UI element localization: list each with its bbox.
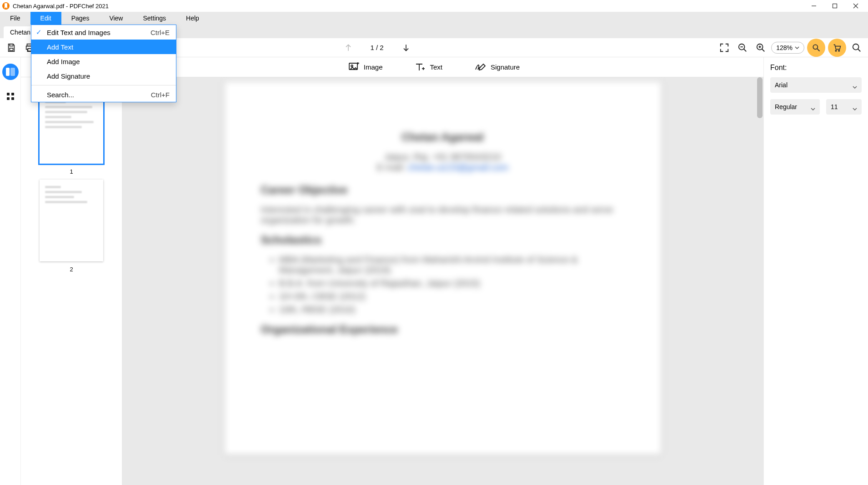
zoom-selector[interactable]: 128% (771, 42, 804, 54)
svg-rect-30 (6, 68, 10, 76)
app-icon (2, 2, 10, 10)
svg-rect-34 (7, 97, 10, 100)
font-section-label: Font: (770, 64, 862, 72)
menu-bar: File Edit Pages View Settings Help (0, 12, 868, 25)
thumbnail-page-2[interactable] (40, 180, 103, 261)
menu-view[interactable]: View (99, 12, 133, 25)
svg-point-22 (853, 44, 859, 50)
search-button[interactable] (849, 40, 864, 55)
menu-file[interactable]: File (0, 12, 30, 25)
thumbnail-panel: 1 2 (21, 77, 122, 485)
menu-separator (31, 85, 176, 85)
svg-rect-35 (11, 97, 14, 100)
svg-line-15 (762, 49, 765, 51)
svg-rect-2 (833, 4, 837, 8)
svg-line-19 (818, 49, 820, 51)
document-viewport[interactable]: Chetan Agarwal Jaipur, Raj. +91 98765432… (122, 77, 763, 485)
svg-rect-33 (11, 93, 14, 95)
svg-point-25 (351, 65, 353, 67)
insert-signature-tool[interactable]: Signature (474, 62, 520, 72)
menu-edit-text-and-images[interactable]: ✓ Edit Text and Images Ctrl+E (31, 25, 176, 40)
font-properties-panel: Font: Arial Regular 11 (763, 57, 868, 485)
page-counter: 1 / 2 (371, 44, 384, 51)
svg-rect-32 (7, 93, 10, 95)
save-button[interactable] (4, 40, 19, 55)
title-bar: Chetan Agarwal.pdf - PDFChef 2021 (0, 0, 868, 12)
insert-image-label: Image (364, 63, 383, 71)
zoom-in-button[interactable] (753, 40, 768, 55)
maximize-button[interactable] (824, 0, 845, 12)
minimize-button[interactable] (803, 0, 824, 12)
prev-page-button[interactable] (341, 40, 356, 55)
text-icon (414, 62, 425, 72)
font-size-select[interactable]: 11 (826, 99, 862, 115)
close-button[interactable] (845, 0, 866, 12)
svg-rect-31 (10, 68, 15, 76)
svg-point-18 (813, 45, 818, 49)
svg-point-20 (835, 50, 837, 51)
insert-signature-label: Signature (491, 63, 520, 71)
thumbnail-label-1: 1 (70, 168, 73, 175)
svg-rect-5 (10, 44, 13, 46)
menu-edit[interactable]: Edit (30, 12, 61, 25)
left-rail (0, 57, 21, 485)
window-title: Chetan Agarwal.pdf - PDFChef 2021 (13, 3, 803, 10)
menu-add-image[interactable]: Add Image (31, 54, 176, 69)
menu-add-signature[interactable]: Add Signature (31, 69, 176, 83)
menu-search[interactable]: Search... Ctrl+F (31, 87, 176, 102)
document-page-1[interactable]: Chetan Agarwal Jaipur, Raj. +91 98765432… (225, 82, 661, 455)
menu-pages[interactable]: Pages (61, 12, 100, 25)
find-highlight-button[interactable] (807, 39, 825, 57)
font-weight-select[interactable]: Regular (770, 99, 820, 115)
svg-line-23 (858, 49, 861, 51)
check-icon: ✓ (36, 28, 42, 36)
svg-line-12 (744, 49, 747, 51)
zoom-value: 128% (776, 44, 793, 51)
edit-dropdown-menu: ✓ Edit Text and Images Ctrl+E Add Text A… (31, 25, 176, 102)
thumbnail-label-2: 2 (70, 266, 73, 273)
thumbnails-panel-toggle[interactable] (2, 64, 19, 80)
insert-image-tool[interactable]: Image (348, 62, 383, 72)
font-family-select[interactable]: Arial (770, 77, 862, 93)
signature-icon (474, 62, 486, 72)
fit-page-button[interactable] (717, 40, 732, 55)
menu-add-text[interactable]: Add Text (31, 40, 176, 54)
image-icon (348, 62, 359, 72)
apps-grid-button[interactable] (2, 88, 19, 105)
svg-point-21 (838, 50, 840, 51)
insert-text-tool[interactable]: Text (414, 62, 442, 72)
next-page-button[interactable] (398, 40, 414, 55)
zoom-out-button[interactable] (735, 40, 750, 55)
document-scrollbar[interactable] (757, 77, 763, 485)
insert-text-label: Text (430, 63, 442, 71)
menu-settings[interactable]: Settings (133, 12, 176, 25)
menu-help[interactable]: Help (176, 12, 209, 25)
svg-rect-6 (10, 48, 13, 50)
shop-button[interactable] (828, 39, 846, 57)
